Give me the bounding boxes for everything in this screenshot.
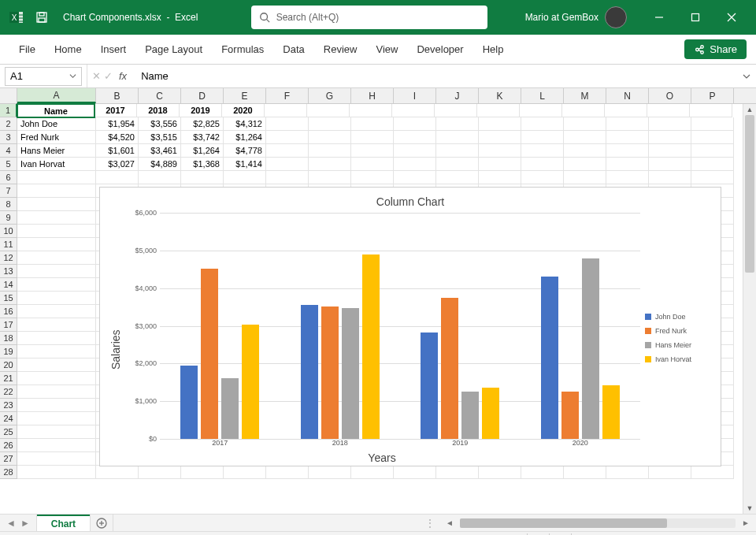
cell[interactable] <box>351 171 394 184</box>
cell[interactable] <box>266 466 309 479</box>
scrollbar-thumb[interactable] <box>745 115 754 273</box>
cell[interactable] <box>564 158 606 171</box>
cell[interactable] <box>17 184 96 198</box>
row-header[interactable]: 22 <box>0 385 17 399</box>
row-header[interactable]: 18 <box>0 332 17 345</box>
cell[interactable] <box>96 171 139 184</box>
row-header[interactable]: 11 <box>0 238 17 251</box>
cell[interactable] <box>351 144 394 158</box>
cell[interactable] <box>606 144 649 158</box>
bar[interactable] <box>242 325 259 439</box>
bar[interactable] <box>461 392 479 439</box>
ribbon-tab-developer[interactable]: Developer <box>407 35 472 64</box>
cell[interactable] <box>17 359 96 372</box>
row-header[interactable]: 16 <box>0 305 17 318</box>
cell[interactable] <box>351 158 394 171</box>
cell[interactable] <box>649 117 691 131</box>
bar[interactable] <box>541 277 558 439</box>
cell[interactable] <box>17 292 96 305</box>
cell[interactable] <box>606 171 649 184</box>
row-header[interactable]: 5 <box>0 158 17 171</box>
cell[interactable]: $2,825 <box>181 117 224 131</box>
cell[interactable] <box>521 171 564 184</box>
bar[interactable] <box>201 269 218 439</box>
column-header-E[interactable]: E <box>224 88 266 103</box>
cell[interactable] <box>224 171 266 184</box>
cell[interactable] <box>691 131 734 144</box>
cell[interactable]: Ivan Horvat <box>17 158 96 171</box>
cell[interactable] <box>17 385 96 399</box>
cell[interactable]: $3,461 <box>139 144 181 158</box>
hscroll-thumb[interactable] <box>460 518 667 528</box>
search-box[interactable]: Search (Alt+Q) <box>251 6 487 29</box>
cell[interactable] <box>394 466 436 479</box>
cell[interactable]: Fred Nurk <box>17 131 96 144</box>
prev-sheet-icon[interactable]: ◄ <box>6 518 16 529</box>
row-header[interactable]: 21 <box>0 372 17 385</box>
row-header[interactable]: 25 <box>0 425 17 439</box>
ribbon-tab-page-layout[interactable]: Page Layout <box>135 35 212 64</box>
column-header-D[interactable]: D <box>181 88 224 103</box>
cell[interactable] <box>521 158 564 171</box>
cell[interactable] <box>17 225 96 238</box>
column-header-O[interactable]: O <box>649 88 691 103</box>
row-header[interactable]: 13 <box>0 265 17 278</box>
cell[interactable] <box>479 131 521 144</box>
cell[interactable]: $1,601 <box>96 144 139 158</box>
cell[interactable] <box>139 466 181 479</box>
cell[interactable] <box>266 144 309 158</box>
embedded-chart[interactable]: Column Chart Salaries $0$1,000$2,000$3,0… <box>99 187 721 466</box>
row-header[interactable]: 24 <box>0 412 17 425</box>
cell[interactable]: $1,264 <box>181 144 224 158</box>
cell[interactable] <box>17 372 96 385</box>
cell[interactable] <box>394 171 436 184</box>
column-header-L[interactable]: L <box>521 88 564 103</box>
row-header[interactable]: 19 <box>0 345 17 359</box>
cell[interactable] <box>266 171 309 184</box>
cell[interactable] <box>691 466 734 479</box>
cell[interactable] <box>309 117 351 131</box>
cell[interactable] <box>17 171 96 184</box>
cell[interactable] <box>17 412 96 425</box>
cell[interactable] <box>606 158 649 171</box>
cell[interactable] <box>605 104 647 117</box>
cell[interactable] <box>17 439 96 452</box>
cell[interactable] <box>564 131 606 144</box>
cell[interactable] <box>436 117 479 131</box>
cell[interactable] <box>479 158 521 171</box>
cell[interactable]: $3,556 <box>139 117 181 131</box>
column-header-K[interactable]: K <box>479 88 521 103</box>
cell[interactable] <box>564 466 606 479</box>
cell[interactable] <box>435 104 477 117</box>
cell[interactable]: 2017 <box>94 104 137 117</box>
cell[interactable] <box>649 171 691 184</box>
scroll-right-arrow[interactable]: ► <box>740 518 751 527</box>
spreadsheet-grid[interactable]: ABCDEFGHIJKLMNOP 1Name20172018201920202J… <box>0 88 756 514</box>
cell[interactable] <box>309 144 351 158</box>
cell[interactable] <box>181 171 224 184</box>
vertical-scrollbar[interactable]: ▲ ▼ <box>743 104 756 514</box>
cell[interactable]: $3,742 <box>181 131 224 144</box>
cell[interactable] <box>606 466 649 479</box>
cell[interactable] <box>181 466 224 479</box>
cell[interactable] <box>691 117 734 131</box>
cell[interactable] <box>17 466 96 479</box>
cell[interactable] <box>521 144 564 158</box>
cell[interactable]: $3,515 <box>139 131 181 144</box>
cell[interactable] <box>266 117 309 131</box>
cell[interactable] <box>17 399 96 412</box>
bar[interactable] <box>180 366 198 439</box>
name-box[interactable]: A1 <box>5 67 82 86</box>
cell[interactable] <box>691 158 734 171</box>
column-header-N[interactable]: N <box>606 88 649 103</box>
cell[interactable]: $1,954 <box>96 117 139 131</box>
ribbon-tab-file[interactable]: File <box>9 35 45 64</box>
cell[interactable] <box>521 117 564 131</box>
row-header[interactable]: 28 <box>0 466 17 479</box>
bar[interactable] <box>561 392 579 439</box>
tab-scroll-grip[interactable]: ⋮ <box>421 515 439 531</box>
column-header-A[interactable]: A <box>17 88 96 103</box>
cell[interactable] <box>436 466 479 479</box>
cell[interactable] <box>17 305 96 318</box>
cell[interactable]: $1,414 <box>224 158 266 171</box>
